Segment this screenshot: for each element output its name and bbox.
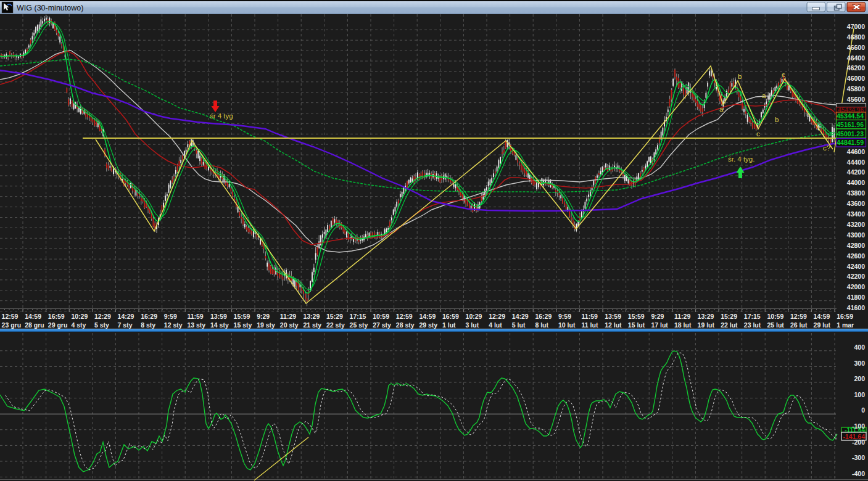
svg-text:13:29: 13:29 — [303, 313, 320, 320]
svg-text:b: b — [775, 116, 779, 123]
svg-text:46800: 46800 — [847, 33, 865, 41]
svg-text:10 lut: 10 lut — [558, 321, 576, 329]
svg-text:22 sty: 22 sty — [326, 321, 345, 329]
svg-text:46600: 46600 — [847, 44, 865, 51]
svg-text:25 sty: 25 sty — [350, 321, 368, 329]
svg-text:14:59: 14:59 — [419, 313, 436, 320]
svg-text:16:59: 16:59 — [48, 313, 65, 320]
svg-text:42400: 42400 — [847, 263, 865, 270]
svg-text:15 sty: 15 sty — [234, 321, 252, 329]
svg-text:11 lut: 11 lut — [582, 321, 598, 329]
svg-text:15:59: 15:59 — [628, 313, 645, 320]
svg-text:46400: 46400 — [847, 54, 865, 62]
svg-text:27 sty: 27 sty — [373, 321, 391, 329]
svg-text:16:29: 16:29 — [535, 313, 552, 320]
svg-text:19 sty: 19 sty — [257, 321, 275, 329]
svg-text:19 lut: 19 lut — [698, 321, 715, 329]
svg-text:43400: 43400 — [847, 210, 865, 218]
svg-text:śr 4 tyg: śr 4 tyg — [210, 112, 233, 120]
svg-text:0: 0 — [861, 406, 865, 414]
svg-text:9:29: 9:29 — [257, 313, 270, 320]
svg-text:-100: -100 — [852, 422, 865, 430]
svg-text:15 lut: 15 lut — [628, 321, 645, 329]
svg-text:45161.96: 45161.96 — [837, 121, 864, 128]
svg-text:-400: -400 — [852, 470, 865, 477]
svg-text:8 sty: 8 sty — [141, 321, 155, 329]
svg-text:12:29: 12:29 — [94, 313, 111, 320]
svg-text:46000: 46000 — [847, 75, 865, 82]
svg-text:5 sty: 5 sty — [94, 321, 109, 329]
svg-text:42000: 42000 — [847, 283, 865, 290]
svg-text:400: 400 — [854, 343, 865, 351]
svg-text:14:59: 14:59 — [814, 313, 830, 320]
svg-text:13 sty: 13 sty — [187, 321, 205, 329]
svg-text:16:29: 16:29 — [141, 313, 157, 320]
svg-text:47000: 47000 — [847, 23, 865, 30]
svg-text:21 sty: 21 sty — [303, 321, 321, 329]
svg-text:13:59: 13:59 — [605, 313, 621, 320]
svg-text:43800: 43800 — [847, 189, 865, 197]
svg-text:12 lut: 12 lut — [605, 321, 622, 329]
svg-text:b: b — [738, 73, 742, 80]
svg-text:42800: 42800 — [847, 242, 865, 249]
svg-text:5 lut: 5 lut — [512, 321, 526, 329]
svg-text:41600: 41600 — [847, 304, 865, 311]
svg-text:16:59: 16:59 — [442, 313, 459, 320]
svg-text:14:29: 14:29 — [118, 313, 134, 320]
svg-text:15:29: 15:29 — [721, 313, 737, 320]
svg-text:12:59: 12:59 — [790, 313, 807, 320]
svg-text:1 mar: 1 mar — [837, 321, 854, 329]
svg-text:17:15: 17:15 — [350, 313, 366, 320]
svg-text:15:59: 15:59 — [234, 313, 250, 320]
svg-text:45600: 45600 — [847, 96, 865, 103]
svg-text:11:29: 11:29 — [674, 313, 690, 320]
svg-text:44000: 44000 — [847, 179, 865, 186]
svg-text:10:59: 10:59 — [373, 313, 389, 320]
svg-text:14 sty: 14 sty — [210, 321, 229, 329]
svg-text:43000: 43000 — [847, 231, 865, 239]
svg-text:43200: 43200 — [847, 221, 865, 228]
svg-text:29 sty: 29 sty — [419, 321, 437, 329]
svg-text:45001.23: 45001.23 — [837, 130, 864, 138]
svg-text:c?: c? — [823, 144, 830, 152]
svg-text:śr. 4 tyg.: śr. 4 tyg. — [728, 155, 754, 163]
svg-text:9:59: 9:59 — [558, 313, 571, 320]
svg-text:-200: -200 — [852, 438, 865, 446]
svg-text:11:59: 11:59 — [187, 313, 203, 320]
svg-text:10:29: 10:29 — [466, 313, 482, 320]
svg-text:45344.54: 45344.54 — [837, 112, 864, 120]
svg-text:-300: -300 — [852, 454, 865, 461]
svg-text:46200: 46200 — [847, 64, 865, 72]
svg-text:7 sty: 7 sty — [118, 321, 133, 329]
svg-text:11:59: 11:59 — [582, 313, 598, 320]
svg-text:12 sty: 12 sty — [164, 321, 183, 329]
svg-text:41800: 41800 — [847, 294, 865, 301]
svg-text:9:29: 9:29 — [651, 313, 664, 320]
svg-text:9:59: 9:59 — [164, 313, 177, 320]
svg-text:3 lut: 3 lut — [466, 321, 479, 329]
svg-text:16:59: 16:59 — [837, 313, 853, 320]
svg-text:29 lut: 29 lut — [814, 321, 831, 329]
svg-text:300: 300 — [854, 360, 865, 367]
svg-text:8 lut: 8 lut — [535, 321, 548, 329]
svg-text:42600: 42600 — [847, 252, 865, 260]
svg-text:18 lut: 18 lut — [674, 321, 692, 329]
svg-text:44841.59: 44841.59 — [837, 139, 864, 146]
svg-text:23 gru: 23 gru — [2, 321, 22, 329]
svg-text:17:15: 17:15 — [744, 313, 761, 320]
svg-text:10:59: 10:59 — [767, 313, 783, 320]
svg-text:12:59: 12:59 — [2, 313, 19, 320]
svg-text:100: 100 — [854, 391, 865, 398]
svg-text:13:29: 13:29 — [698, 313, 714, 320]
svg-text:10:29: 10:29 — [71, 313, 88, 320]
svg-text:14:59: 14:59 — [25, 313, 41, 320]
svg-text:14:29: 14:29 — [512, 313, 529, 320]
svg-text:17 lut: 17 lut — [651, 321, 668, 329]
svg-text:25 lut: 25 lut — [767, 321, 784, 329]
svg-text:44200: 44200 — [847, 168, 865, 176]
svg-text:13:59: 13:59 — [210, 313, 227, 320]
svg-text:c: c — [756, 130, 760, 138]
svg-text:1 lut: 1 lut — [442, 321, 456, 329]
svg-text:12:29: 12:29 — [489, 313, 505, 320]
svg-text:a: a — [719, 105, 724, 113]
